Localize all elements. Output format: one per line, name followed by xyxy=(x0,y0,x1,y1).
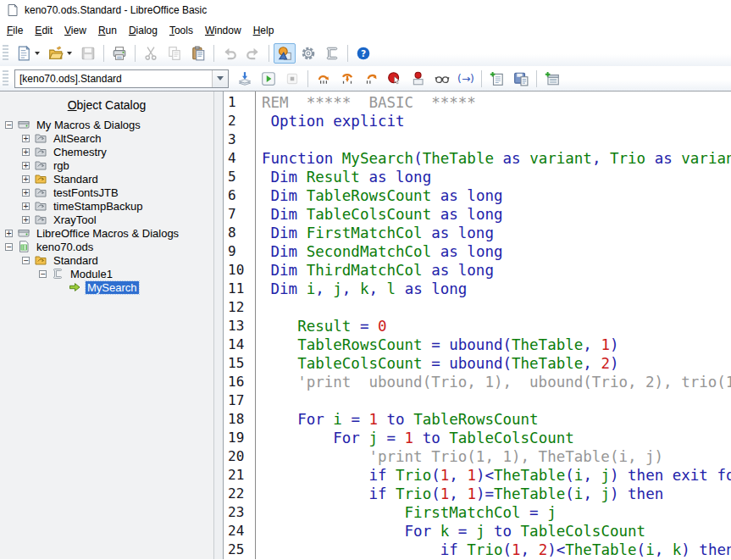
manage-breakpoints-button[interactable] xyxy=(407,69,429,89)
menu-edit[interactable]: Edit xyxy=(29,22,58,39)
save-button[interactable] xyxy=(77,43,99,64)
print-icon xyxy=(112,46,127,61)
dialog-settings-button[interactable] xyxy=(297,43,319,64)
find-parentheses-button[interactable]: (→) xyxy=(455,69,477,89)
code-line: Result = 0 xyxy=(262,318,731,336)
dropdown-arrow-icon[interactable] xyxy=(35,52,40,55)
expand-plus-toggle[interactable]: + xyxy=(22,189,30,197)
help-button[interactable]: ? xyxy=(352,43,374,64)
managebp-icon xyxy=(411,71,426,86)
toolbar-grip[interactable] xyxy=(3,70,8,87)
tree-item-label: MySearch xyxy=(86,281,139,294)
expand-plus-toggle[interactable]: + xyxy=(22,148,30,156)
new-document-button[interactable] xyxy=(13,43,43,64)
object-catalog-panel: Object Catalog −My Macros & Dialogs+AltS… xyxy=(0,91,213,559)
paste-button[interactable] xyxy=(187,43,209,64)
panel-splitter[interactable] xyxy=(213,91,224,559)
modules-button[interactable] xyxy=(541,69,563,89)
run-button[interactable] xyxy=(258,69,280,89)
enable-watch-button[interactable] xyxy=(431,69,453,89)
procedure-step-button[interactable] xyxy=(313,69,335,89)
cut-icon xyxy=(143,46,158,61)
library-icon xyxy=(34,159,48,171)
tree-item-standard[interactable]: −Standard xyxy=(0,253,213,267)
tree-item-mysearch[interactable]: +MySearch xyxy=(0,280,213,294)
tree-item-label: testFontsJTB xyxy=(52,186,120,199)
cut-button[interactable] xyxy=(140,43,162,64)
expand-plus-toggle[interactable]: + xyxy=(22,216,30,224)
tree-item-xraytool[interactable]: +XrayTool xyxy=(0,213,213,226)
expand-plus-toggle[interactable]: + xyxy=(22,202,30,210)
undo-button[interactable] xyxy=(219,43,241,64)
expand-plus-toggle[interactable]: + xyxy=(22,162,30,169)
expand-minus-toggle[interactable]: − xyxy=(39,270,47,278)
tree-item-label: keno70.ods xyxy=(35,241,95,253)
tree-item-keno70-ods[interactable]: −keno70.ods xyxy=(0,240,213,253)
expand-minus-toggle[interactable]: − xyxy=(5,243,13,251)
line-number: 3 xyxy=(224,131,255,150)
code-area[interactable]: REM ***** BASIC ***** Option explicitFun… xyxy=(256,91,731,559)
code-editor[interactable]: 1234567891011121314151617181920212223242… xyxy=(224,91,731,559)
compile-button[interactable] xyxy=(234,69,256,89)
library-selector[interactable]: [keno70.ods].Standard xyxy=(14,69,229,88)
copy-button[interactable] xyxy=(163,43,186,64)
savesource-icon xyxy=(513,71,529,86)
toolbar-separator xyxy=(103,45,104,62)
expand-plus-toggle[interactable]: + xyxy=(5,230,13,237)
expand-minus-toggle[interactable]: − xyxy=(5,121,13,129)
gear-icon xyxy=(301,46,316,61)
line-number: 6 xyxy=(224,187,255,206)
line-number-gutter[interactable]: 1234567891011121314151617181920212223242… xyxy=(224,91,256,559)
main-area: Object Catalog −My Macros & Dialogs+AltS… xyxy=(0,91,731,559)
tree-item-testfontsjtb[interactable]: +testFontsJTB xyxy=(0,186,213,199)
tree-item-libreoffice-macros-dialogs[interactable]: +LibreOffice Macros & Dialogs xyxy=(0,226,213,240)
menu-view[interactable]: View xyxy=(58,22,92,39)
tree-item-module1[interactable]: −Module1 xyxy=(0,267,213,280)
code-line: Dim ThirdMatchCol as long xyxy=(262,262,731,280)
print-button[interactable] xyxy=(108,43,130,64)
basic-macros-button[interactable] xyxy=(321,43,343,64)
chevron-down-icon[interactable] xyxy=(212,70,228,87)
open-document-button[interactable] xyxy=(45,43,75,64)
single-step-button[interactable] xyxy=(336,69,358,89)
container-icon xyxy=(17,227,31,239)
toolbar-separator xyxy=(481,70,482,87)
calcdoc-icon xyxy=(17,241,31,252)
save-source-as-button[interactable] xyxy=(510,69,532,89)
step-out-button[interactable] xyxy=(360,69,382,89)
tree-item-chemestry[interactable]: +Chemestry xyxy=(0,145,213,158)
line-number: 24 xyxy=(224,523,255,541)
menu-window[interactable]: Window xyxy=(199,22,247,39)
dropdown-arrow-icon[interactable] xyxy=(67,52,72,55)
menu-help[interactable]: Help xyxy=(247,22,280,39)
undo-icon xyxy=(222,46,237,61)
menu-file[interactable]: File xyxy=(1,22,29,39)
tree-item-timestampbackup[interactable]: +timeStampBackup xyxy=(0,199,213,213)
tree-item-altsearch[interactable]: +AltSearch xyxy=(0,131,213,145)
redo-button[interactable] xyxy=(242,43,264,64)
tree-item-my-macros-dialogs[interactable]: −My Macros & Dialogs xyxy=(0,118,213,131)
menu-run[interactable]: Run xyxy=(92,22,123,39)
expand-minus-toggle[interactable]: − xyxy=(22,257,30,264)
window-title: keno70.ods.Standard - LibreOffice Basic xyxy=(25,4,207,16)
stop-button[interactable] xyxy=(281,69,303,89)
insert-source-text-button[interactable] xyxy=(486,69,508,89)
menu-tools[interactable]: Tools xyxy=(163,22,199,39)
expand-plus-toggle[interactable]: + xyxy=(22,175,30,183)
expand-plus-toggle[interactable]: + xyxy=(22,135,30,142)
line-number: 22 xyxy=(224,485,255,504)
line-number: 18 xyxy=(224,411,255,430)
tree-item-standard[interactable]: +Standard xyxy=(0,172,213,186)
tree-item-rgb[interactable]: +rgb xyxy=(0,158,213,172)
toolbar-macro: [keno70.ods].Standard (→) xyxy=(0,66,731,91)
breakpoint-button[interactable] xyxy=(384,69,406,89)
library-icon xyxy=(34,213,48,225)
toolbar-grip[interactable] xyxy=(3,45,8,62)
toolbar-separator xyxy=(536,70,537,87)
object-catalog-title: Object Catalog xyxy=(0,91,213,118)
tree-item-label: Module1 xyxy=(69,268,114,280)
tree-item-label: AltSearch xyxy=(52,132,102,145)
select-macro-button[interactable] xyxy=(274,43,296,64)
line-number: 7 xyxy=(224,206,255,225)
menu-dialog[interactable]: Dialog xyxy=(123,22,163,39)
